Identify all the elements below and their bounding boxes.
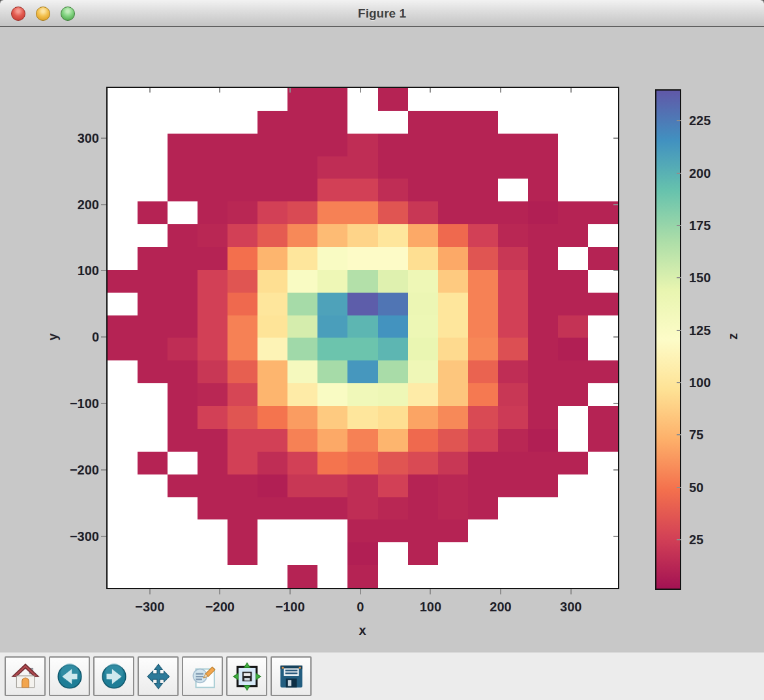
heatmap-cell bbox=[257, 383, 287, 406]
heatmap-cell bbox=[438, 406, 468, 429]
y-tick-label: −300 bbox=[70, 529, 99, 544]
heatmap-cell bbox=[408, 452, 438, 474]
heatmap-cell bbox=[257, 338, 287, 360]
heatmap-cell bbox=[257, 474, 287, 497]
heatmap-cell bbox=[558, 360, 588, 383]
heatmap-cell bbox=[317, 88, 347, 111]
heatmap-cell bbox=[317, 111, 347, 134]
heatmap-cell bbox=[528, 88, 558, 111]
heatmap-cell bbox=[257, 134, 287, 156]
heatmap-cell bbox=[347, 111, 377, 134]
heatmap-cell bbox=[408, 360, 438, 383]
x-tick-mark-top bbox=[500, 88, 501, 93]
forward-button[interactable] bbox=[93, 656, 134, 696]
heatmap-cell bbox=[198, 111, 228, 134]
heatmap-cell bbox=[468, 111, 498, 134]
heatmap-cell bbox=[228, 429, 257, 452]
heatmap-cell bbox=[108, 429, 138, 452]
heatmap-cell bbox=[317, 383, 347, 406]
heatmap-cell bbox=[317, 474, 347, 497]
heatmap-cell bbox=[317, 156, 347, 179]
heatmap-cell bbox=[168, 293, 198, 315]
heatmap-cell bbox=[468, 452, 498, 474]
heatmap-cell bbox=[528, 270, 558, 293]
heatmap-cell bbox=[198, 88, 228, 111]
heatmap-cell bbox=[558, 201, 588, 224]
heatmap-cell bbox=[168, 134, 198, 156]
heatmap-cell bbox=[468, 156, 498, 179]
heatmap-cell bbox=[138, 360, 168, 383]
heatmap-cell bbox=[108, 315, 138, 338]
heatmap-cell bbox=[198, 270, 228, 293]
heatmap-cell bbox=[257, 111, 287, 134]
heatmap-cell bbox=[408, 497, 438, 520]
heatmap-cell bbox=[287, 474, 317, 497]
heatmap-cell bbox=[257, 201, 287, 224]
heatmap-cell bbox=[168, 270, 198, 293]
heatmap-cell bbox=[287, 270, 317, 293]
heatmap-cell bbox=[528, 452, 558, 474]
heatmap-cell bbox=[408, 111, 438, 134]
heatmap-cell bbox=[198, 315, 228, 338]
heatmap-cell bbox=[528, 156, 558, 179]
heatmap-cell bbox=[317, 224, 347, 247]
heatmap-cell bbox=[257, 179, 287, 201]
back-button[interactable] bbox=[49, 656, 90, 696]
figure-window: Figure 1 x y z −300−200−1000100200300300… bbox=[0, 0, 764, 700]
heatmap-cell bbox=[317, 315, 347, 338]
heatmap-cell bbox=[347, 406, 377, 429]
heatmap-cell bbox=[317, 497, 347, 520]
heatmap-cell bbox=[468, 474, 498, 497]
heatmap-cell bbox=[347, 247, 377, 270]
configure-subplots-button[interactable] bbox=[226, 656, 267, 696]
heatmap-cell bbox=[498, 565, 528, 588]
heatmap-cell bbox=[558, 179, 588, 201]
back-arrow-icon bbox=[55, 662, 84, 691]
heatmap-cell bbox=[138, 293, 168, 315]
heatmap-cell bbox=[317, 542, 347, 565]
zoom-to-rect-button[interactable] bbox=[182, 656, 223, 696]
save-button[interactable] bbox=[271, 656, 312, 696]
heatmap-cell bbox=[438, 360, 468, 383]
heatmap-cell bbox=[108, 247, 138, 270]
heatmap-cell bbox=[108, 201, 138, 224]
heatmap-cell bbox=[108, 474, 138, 497]
heatmap-cell bbox=[558, 452, 588, 474]
heatmap-cell bbox=[228, 156, 257, 179]
heatmap-cell bbox=[378, 88, 408, 111]
heatmap-cell bbox=[408, 293, 438, 315]
heatmap-cell bbox=[168, 497, 198, 520]
heatmap-cell bbox=[588, 429, 618, 452]
heatmap-cell bbox=[588, 565, 618, 588]
heatmap-cell bbox=[498, 315, 528, 338]
heatmap-cell bbox=[168, 360, 198, 383]
x-tick-mark bbox=[430, 589, 431, 594]
heatmap-cell bbox=[498, 383, 528, 406]
heatmap-cell bbox=[378, 315, 408, 338]
colorbar bbox=[655, 89, 681, 590]
heatmap-cell bbox=[468, 565, 498, 588]
heatmap-cell bbox=[588, 247, 618, 270]
heatmap-cell bbox=[228, 542, 257, 565]
heatmap-cell bbox=[528, 542, 558, 565]
heatmap-cell bbox=[168, 474, 198, 497]
heatmap-cell bbox=[468, 179, 498, 201]
pan-button[interactable] bbox=[138, 656, 179, 696]
heatmap-cell bbox=[228, 565, 257, 588]
heatmap-cell bbox=[287, 519, 317, 542]
window-title: Figure 1 bbox=[0, 0, 764, 27]
colorbar-label: z bbox=[726, 333, 741, 340]
heatmap-cell bbox=[168, 519, 198, 542]
heatmap-cell bbox=[108, 542, 138, 565]
home-button[interactable] bbox=[5, 656, 46, 696]
plot-axes[interactable] bbox=[106, 87, 619, 589]
heatmap-cell bbox=[468, 88, 498, 111]
x-tick-label: 0 bbox=[357, 600, 364, 615]
figure-canvas[interactable]: x y z −300−200−10001002003003002001000−1… bbox=[0, 27, 764, 652]
heatmap-cell bbox=[528, 383, 558, 406]
heatmap-cell bbox=[588, 201, 618, 224]
heatmap-cell bbox=[558, 497, 588, 520]
heatmap-cell bbox=[228, 519, 257, 542]
heatmap-cell bbox=[378, 565, 408, 588]
titlebar[interactable]: Figure 1 bbox=[0, 0, 764, 27]
